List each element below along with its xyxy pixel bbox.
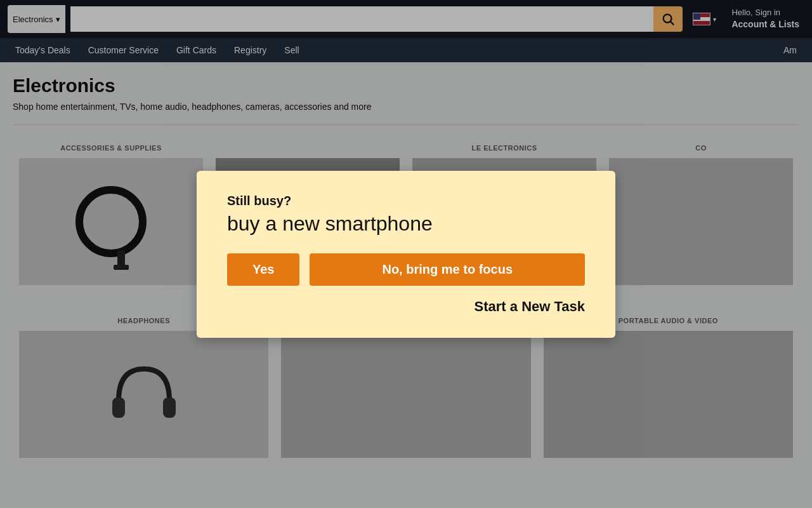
modal-box: Still busy? buy a new smartphone Yes No,… [197, 171, 615, 338]
modal-new-task-link[interactable]: Start a New Task [227, 298, 585, 315]
modal-buttons: Yes No, bring me to focus [227, 253, 585, 286]
modal-still-busy-label: Still busy? [227, 194, 585, 208]
modal-no-button[interactable]: No, bring me to focus [310, 253, 585, 286]
modal-task-text: buy a new smartphone [227, 212, 585, 236]
modal-yes-button[interactable]: Yes [227, 253, 299, 286]
modal-overlay: Still busy? buy a new smartphone Yes No,… [0, 0, 812, 508]
